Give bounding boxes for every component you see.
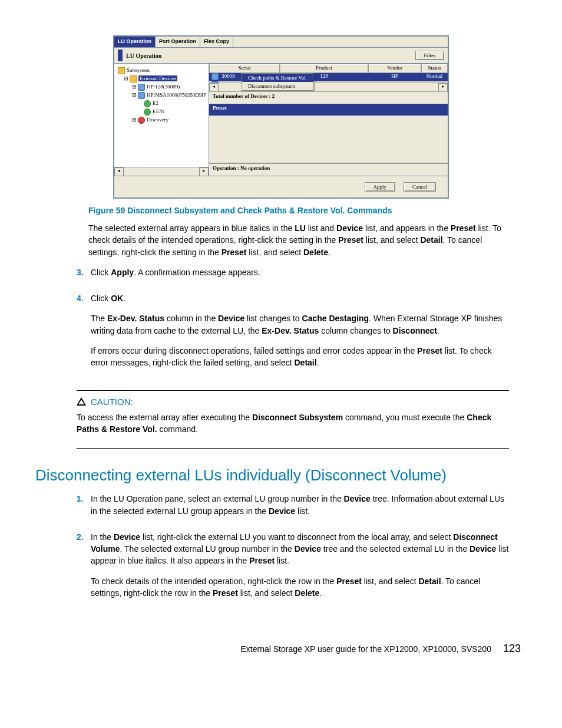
step-2: 2. In the Device list, right-click the e… [77,531,527,607]
step-number: 2. [77,531,91,607]
operation-status: Operation : No operation [209,163,448,176]
tab-lu-operation[interactable]: LU Operation [114,37,156,47]
scroll-left-icon[interactable]: ◂ [114,167,124,176]
menu-disconnect-subsystem[interactable]: Disconnect subsystem [242,82,313,90]
page-number: 123 [503,643,521,655]
tree-item[interactable]: ⊟ HP:MSA1000(P56350D9IP [118,91,209,99]
filter-button[interactable]: Filter [415,51,445,60]
caution-icon [77,397,86,406]
tree-item[interactable]: E578 [118,107,209,116]
step-number: 3. [77,266,91,286]
col-serial[interactable]: Serial [209,64,280,73]
device-tree[interactable]: Subsystem ⊟ External Devices ⊞ HP:128(30… [114,64,209,176]
tree-scrollbar[interactable]: ◂ ▸ [114,167,209,176]
caution-body: To access the external array after execu… [77,411,509,436]
cancel-button[interactable]: Cancel [404,182,436,192]
step-4: 4. Click OK. The Ex-Dev. Status column i… [77,292,527,377]
tree-ext-devices[interactable]: ⊟ External Devices [118,74,209,83]
discovery-icon [138,117,145,124]
app-screenshot: LU Operation Port Operation Flex Copy LU… [113,35,449,199]
total-devices-label: Total number of Devices : 2 [209,91,448,104]
tree-item[interactable]: ⊞ Discovery [118,116,209,124]
preset-list[interactable] [209,116,448,163]
step-number: 4. [77,292,91,377]
disk-icon [144,108,151,116]
context-menu[interactable]: Check paths & Restore Vol. Disconnect su… [242,73,313,91]
footer-title: External Storage XP user guide for the X… [240,644,491,654]
tree-item[interactable]: E2 [118,99,209,107]
preset-header: Preset [209,104,448,116]
divider [77,448,509,449]
tab-bar: LU Operation Port Operation Flex Copy [114,37,448,47]
col-product[interactable]: Product [280,64,368,73]
device-grid[interactable]: 30009 128 HP Normal P56350D 00 HP Normal… [209,73,448,91]
device-icon [138,92,145,99]
device-icon [138,84,145,91]
apply-button[interactable]: Apply [365,182,396,192]
scroll-left-icon[interactable]: ◂ [209,83,219,91]
tree-item[interactable]: ⊞ HP:128(30009) [118,83,209,91]
scroll-right-icon[interactable]: ▸ [199,167,209,176]
figure-caption: Figure 59 Disconnect Subsystem and Check… [88,206,527,215]
divider [77,390,509,391]
caution-label: CAUTION: [91,397,133,407]
col-status[interactable]: Status [421,64,448,73]
scroll-right-icon[interactable]: ▸ [438,83,448,91]
folder-icon [118,67,125,74]
panel-title: LU Operation [126,52,415,59]
step-3: 3. Click Apply. A confirmation message a… [77,266,527,286]
menu-check-paths[interactable]: Check paths & Restore Vol. [242,74,313,82]
tab-flex-copy[interactable]: Flex Copy [200,37,233,47]
panel-accent [118,50,123,61]
body-paragraph: The selected external array appears in b… [88,222,509,258]
col-vendor[interactable]: Vendor [368,64,421,73]
tab-port-operation[interactable]: Port Operation [156,37,200,47]
step-1: 1. In the LU Operation pane, select an e… [77,493,527,525]
device-icon [211,73,219,80]
disk-icon [144,100,151,107]
step-number: 1. [77,493,91,525]
tree-root[interactable]: Subsystem [118,66,209,74]
section-heading: Disconnecting external LUs individually … [35,466,527,485]
folder-icon [130,75,137,83]
grid-header: Serial Product Vendor Status [209,64,448,73]
